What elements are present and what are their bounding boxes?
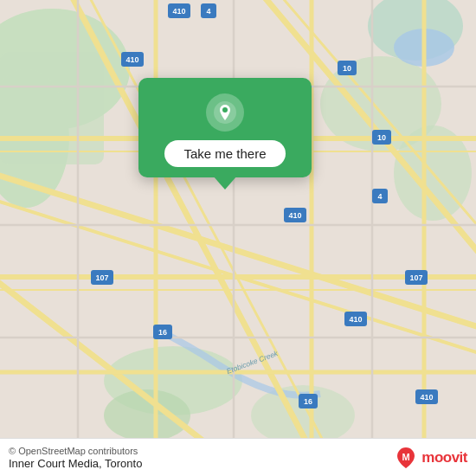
moovit-logo: M moovit [394, 446, 467, 470]
svg-text:10: 10 [377, 133, 386, 142]
svg-text:410: 410 [172, 7, 185, 16]
moovit-logo-icon: M [394, 446, 418, 470]
map-attribution: © OpenStreetMap contributors [9, 446, 142, 456]
svg-rect-3 [0, 52, 104, 164]
svg-text:107: 107 [409, 273, 422, 282]
location-name: Inner Court Media, Toronto [9, 457, 142, 470]
moovit-brand-text: moovit [421, 449, 467, 466]
svg-text:410: 410 [125, 55, 138, 64]
svg-text:16: 16 [158, 328, 167, 337]
svg-text:4: 4 [377, 192, 382, 201]
svg-text:M: M [402, 452, 410, 462]
map-container: 410 410 410 410 410 10 10 4 4 107 107 16 [0, 0, 476, 476]
svg-text:107: 107 [95, 273, 108, 282]
svg-text:16: 16 [304, 397, 312, 406]
location-pin-icon [214, 101, 236, 124]
svg-text:410: 410 [349, 315, 362, 324]
svg-text:410: 410 [420, 393, 433, 402]
svg-text:410: 410 [288, 211, 301, 220]
svg-text:10: 10 [343, 64, 351, 73]
take-me-there-button[interactable]: Take me there [164, 140, 285, 167]
svg-text:4: 4 [206, 7, 210, 16]
location-popup: Take me there [138, 78, 312, 177]
location-icon-wrapper [206, 93, 244, 132]
svg-point-60 [222, 107, 228, 113]
map-background: 410 410 410 410 410 10 10 4 4 107 107 16 [0, 0, 476, 476]
bottom-bar: © OpenStreetMap contributors Inner Court… [0, 438, 476, 476]
